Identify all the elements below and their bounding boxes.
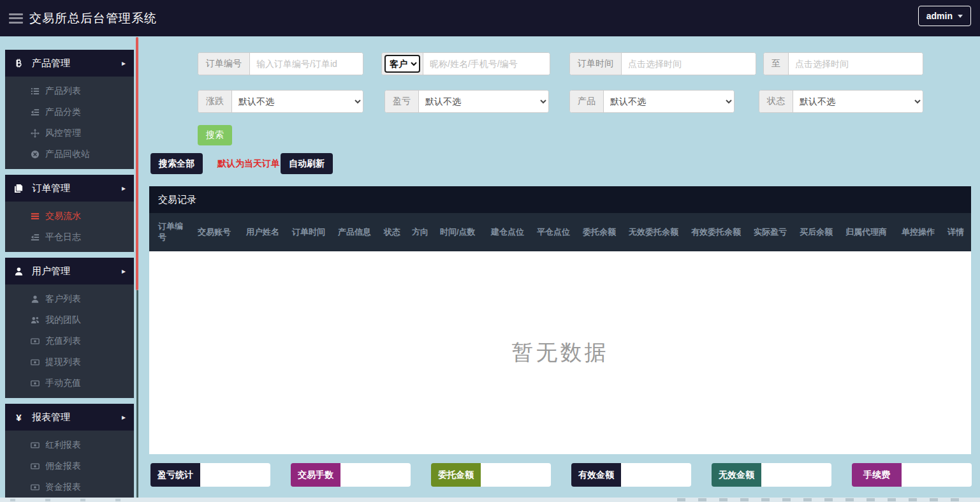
sidebar-item-label: 风控管理 xyxy=(45,128,81,139)
indent-list-icon xyxy=(30,232,40,242)
profit-select[interactable]: 默认不选 xyxy=(419,91,548,112)
product-field-group: 产品 默认不选 xyxy=(569,90,735,113)
table-body: 暂无数据 xyxy=(149,251,971,454)
column-header: 单控操作 xyxy=(902,227,940,238)
column-header: 平仓点位 xyxy=(537,227,575,238)
banknote-icon xyxy=(30,440,40,450)
column-header: 用户姓名 xyxy=(246,227,284,238)
stat-label: 交易手数 xyxy=(291,463,340,487)
sidebar-item-label: 平仓日志 xyxy=(45,232,81,243)
stat-value xyxy=(340,463,411,487)
menu-icon[interactable] xyxy=(9,13,23,24)
sidebar-item-manual-recharge[interactable]: 手动充值 xyxy=(5,373,134,394)
list-icon xyxy=(30,86,40,96)
column-header: 有效委托余额 xyxy=(691,227,746,238)
stat-value xyxy=(902,463,972,487)
sidebar: 产品管理 ▸ 产品列表 产品分类 风控管理 产品回收站 xyxy=(5,50,134,502)
sidebar-item-commission-report[interactable]: 佣金报表 xyxy=(5,455,134,476)
app-header: 交易所总后台管理系统 admin xyxy=(0,0,980,36)
customer-input[interactable] xyxy=(423,53,550,75)
sidebar-item-close-position-log[interactable]: 平仓日志 xyxy=(5,226,134,247)
rise-fall-select[interactable]: 默认不选 xyxy=(232,91,363,112)
sidebar-item-product-list[interactable]: 产品列表 xyxy=(5,80,134,101)
sidebar-item-dividend-report[interactable]: 红利报表 xyxy=(5,434,134,455)
stat-value xyxy=(481,463,551,487)
order-time-label: 订单时间 xyxy=(570,53,622,75)
sidebar-item-withdraw-list[interactable]: 提现列表 xyxy=(5,351,134,373)
sidebar-item-label: 充值列表 xyxy=(45,336,81,347)
sidebar-scrollbar-thumb[interactable] xyxy=(136,37,138,290)
stat-label: 委托金额 xyxy=(431,463,481,487)
column-header: 详情 xyxy=(947,227,967,238)
banknote-icon xyxy=(30,378,40,388)
stat-value xyxy=(200,463,270,487)
bitcoin-icon xyxy=(13,58,24,69)
sidebar-group-label: 报表管理 xyxy=(32,411,70,424)
order-no-input[interactable] xyxy=(250,53,363,75)
stat-invalid-amount: 无效金额 xyxy=(712,463,831,487)
sidebar-item-product-category[interactable]: 产品分类 xyxy=(5,101,134,122)
sidebar-submenu: 交易流水 平仓日志 xyxy=(5,202,134,252)
sidebar-item-label: 我的团队 xyxy=(45,314,81,326)
sidebar-item-label: 提现列表 xyxy=(45,357,81,368)
order-time-from-group: 订单时间 xyxy=(569,52,756,75)
sidebar-group-label: 产品管理 xyxy=(32,57,70,70)
order-time-to-input[interactable] xyxy=(789,53,923,75)
column-header: 实际盈亏 xyxy=(754,227,792,238)
sidebar-group-product: 产品管理 ▸ 产品列表 产品分类 风控管理 产品回收站 xyxy=(5,50,134,169)
sidebar-item-label: 交易流水 xyxy=(45,210,81,222)
banknote-icon xyxy=(30,482,40,492)
status-field-group: 状态 默认不选 xyxy=(759,90,923,113)
sidebar-item-report-management[interactable]: ¥ 报表管理 ▸ xyxy=(5,404,134,431)
sidebar-item-my-team[interactable]: 我的团队 xyxy=(5,309,134,330)
order-time-from-input[interactable] xyxy=(622,53,756,75)
sidebar-submenu: 客户列表 我的团队 充值列表 提现列表 手动充值 xyxy=(5,284,134,398)
banknote-icon xyxy=(30,461,40,471)
sidebar-item-transaction-flow[interactable]: 交易流水 xyxy=(5,205,134,226)
empty-state-text: 暂无数据 xyxy=(512,338,609,367)
order-no-field-group: 订单编号 xyxy=(198,52,363,75)
trade-records-panel: 交易记录 订单编号 交易账号 用户姓名 订单时间 产品信息 状态 方向 时间/点… xyxy=(149,186,971,454)
indent-list-icon xyxy=(30,107,40,117)
sidebar-item-product-management[interactable]: 产品管理 ▸ xyxy=(5,50,134,77)
sidebar-item-funds-report[interactable]: 资金报表 xyxy=(5,476,134,498)
stat-value xyxy=(621,463,691,487)
stat-entrusted-amount: 委托金额 xyxy=(431,463,551,487)
sidebar-group-report: ¥ 报表管理 ▸ 红利报表 佣金报表 资金报表 xyxy=(5,404,134,502)
sidebar-item-recharge-list[interactable]: 充值列表 xyxy=(5,330,134,351)
sidebar-group-order: 订单管理 ▸ 交易流水 平仓日志 xyxy=(5,175,134,252)
sidebar-item-order-management[interactable]: 订单管理 ▸ xyxy=(5,175,134,202)
move-icon xyxy=(30,128,40,138)
status-select[interactable]: 默认不选 xyxy=(793,91,923,112)
user-menu-label: admin xyxy=(926,11,953,21)
search-button[interactable]: 搜索 xyxy=(198,125,232,145)
sidebar-group-label: 用户管理 xyxy=(32,265,70,277)
list-icon xyxy=(30,211,40,221)
sidebar-group-user: 用户管理 ▸ 客户列表 我的团队 充值列表 提现列表 xyxy=(5,258,134,398)
stat-label: 盈亏统计 xyxy=(150,463,200,487)
cut-off-footer-marks xyxy=(677,498,969,501)
column-header: 委托余额 xyxy=(583,227,621,238)
search-all-button[interactable]: 搜索全部 xyxy=(150,153,203,174)
product-select[interactable]: 默认不选 xyxy=(604,91,734,112)
sidebar-item-customer-list[interactable]: 客户列表 xyxy=(5,288,134,309)
sidebar-group-label: 订单管理 xyxy=(32,182,70,195)
auto-refresh-button[interactable]: 自动刷新 xyxy=(281,153,333,174)
customer-type-select[interactable]: 客户 xyxy=(384,55,420,73)
column-header: 时间/点数 xyxy=(440,227,483,238)
sidebar-item-user-management[interactable]: 用户管理 ▸ xyxy=(5,258,134,284)
sidebar-item-product-recycle-bin[interactable]: 产品回收站 xyxy=(5,144,134,165)
app-title: 交易所总后台管理系统 xyxy=(29,10,157,27)
team-icon xyxy=(30,315,40,325)
sidebar-submenu: 红利报表 佣金报表 资金报表 xyxy=(5,431,134,502)
user-menu-button[interactable]: admin xyxy=(918,6,971,26)
chevron-down-icon xyxy=(958,15,963,18)
column-header: 订单编号 xyxy=(158,221,190,243)
sidebar-item-risk-management[interactable]: 风控管理 xyxy=(5,122,134,144)
profit-field-group: 盈亏 默认不选 xyxy=(384,90,549,113)
sidebar-submenu: 产品列表 产品分类 风控管理 产品回收站 xyxy=(5,77,134,169)
banknote-icon xyxy=(30,357,40,367)
column-header: 建仓点位 xyxy=(491,227,529,238)
cut-off-footer-marks xyxy=(10,499,125,501)
column-header: 交易账号 xyxy=(198,227,238,238)
